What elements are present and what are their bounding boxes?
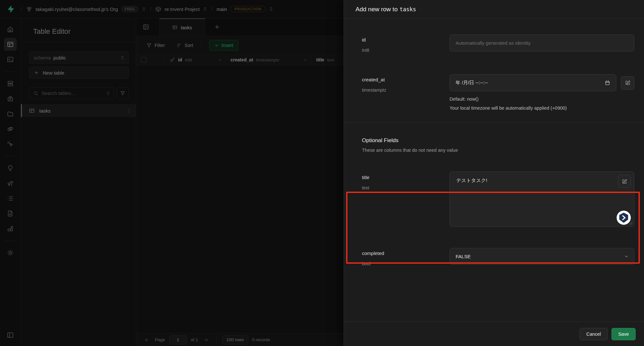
arrow-left-icon xyxy=(144,337,149,342)
created-at-datetime-input[interactable]: 年 /月/日 --:--:-- xyxy=(450,74,616,91)
schema-select[interactable]: schema public xyxy=(29,51,129,64)
rail-divider xyxy=(5,241,16,241)
search-icon xyxy=(33,91,38,96)
section-divider xyxy=(344,122,644,123)
nav-integrations[interactable] xyxy=(4,222,17,235)
calendar-icon[interactable] xyxy=(605,80,610,86)
nav-table-editor[interactable] xyxy=(4,38,17,51)
chevrons-up-down-icon xyxy=(120,55,125,60)
production-badge: PRODUCTION xyxy=(230,6,266,12)
project-box-icon xyxy=(155,6,161,12)
rows-per-page-select[interactable]: 100 rows xyxy=(222,335,248,344)
nav-database[interactable] xyxy=(4,77,17,90)
table-name: tasks xyxy=(39,108,51,114)
table-icon xyxy=(29,108,35,114)
next-page-button[interactable] xyxy=(202,336,210,344)
nav-api-docs[interactable] xyxy=(4,207,17,220)
sort-label: Sort xyxy=(185,43,193,48)
chevrons-up-down-icon[interactable] xyxy=(203,7,207,11)
free-badge: FREE xyxy=(121,6,138,12)
nav-collapse-sidebar[interactable] xyxy=(4,329,17,341)
table-editor-icon xyxy=(7,41,14,48)
new-table-label: New table xyxy=(43,70,64,76)
chevrons-up-down-icon[interactable] xyxy=(269,7,273,11)
id-input-placeholder: Automatically generated as identity xyxy=(456,40,531,46)
filter-tables-button[interactable] xyxy=(117,87,129,99)
completed-value: FALSE xyxy=(456,254,471,259)
sort-list-icon xyxy=(176,43,182,48)
table-editor-panel: Table Editor schema public New table xyxy=(21,18,136,346)
insert-label: Insert xyxy=(222,43,233,48)
column-header-title[interactable]: title text xyxy=(311,55,344,65)
tab-bar: tasks xyxy=(136,18,344,36)
title-expand-editor-button[interactable] xyxy=(618,175,631,188)
grid-body xyxy=(136,65,344,333)
nav-advisors[interactable] xyxy=(4,162,17,175)
title-textarea[interactable]: テストタスク! xyxy=(450,171,634,227)
cancel-button[interactable]: Cancel xyxy=(580,328,608,340)
grid-toolbar: Filter Sort Insert xyxy=(136,36,344,55)
nav-logs[interactable] xyxy=(4,192,17,205)
footer-divider xyxy=(216,337,216,343)
chevron-down-icon[interactable] xyxy=(218,58,222,62)
insert-button[interactable]: Insert xyxy=(209,40,239,51)
new-tab-button[interactable] xyxy=(212,22,222,32)
collapse-tables-sidebar-button[interactable] xyxy=(141,22,151,32)
nav-realtime[interactable] xyxy=(4,138,17,150)
org-name: takagaki.ryuhei@classmethod.jp's Org xyxy=(35,6,118,12)
funnel-icon xyxy=(120,91,125,96)
schema-label: schema xyxy=(34,55,51,60)
search-tables-input[interactable]: Search tables... xyxy=(29,87,114,99)
rail-divider xyxy=(5,71,16,72)
tab-tasks[interactable]: tasks xyxy=(159,18,205,36)
toolbar-divider xyxy=(201,41,201,49)
chevrons-up-down-icon[interactable] xyxy=(142,7,146,11)
filter-button[interactable]: Filter xyxy=(147,43,165,48)
nav-home[interactable] xyxy=(4,23,17,36)
optional-fields-section: Optional Fields These are columns that d… xyxy=(344,137,644,153)
column-name: created_at xyxy=(231,57,253,62)
table-options-menu-icon[interactable]: ⋮ xyxy=(127,108,131,114)
supabase-logo[interactable] xyxy=(0,5,21,13)
nav-settings[interactable] xyxy=(4,246,17,259)
edit-pencil-icon xyxy=(622,179,627,184)
sort-button[interactable]: Sort xyxy=(176,43,193,48)
grid-header-row: id int8 created_at timestamptz title tex… xyxy=(136,55,344,65)
created-at-expand-editor-button[interactable] xyxy=(621,76,634,90)
select-all-checkbox[interactable] xyxy=(141,57,147,63)
org-breadcrumb[interactable]: takagaki.ryuhei@classmethod.jp's Org FRE… xyxy=(26,6,146,12)
page-number-input[interactable]: 1 xyxy=(169,335,187,344)
breadcrumb-separator: / xyxy=(211,6,213,12)
id-input[interactable]: Automatically generated as identity xyxy=(450,34,634,51)
table-list-item-tasks[interactable]: tasks ⋮ xyxy=(21,104,136,117)
authentication-icon xyxy=(7,95,14,102)
breadcrumb: / takagaki.ryuhei@classmethod.jp's Org F… xyxy=(21,6,273,12)
page-of-label: of 1 xyxy=(191,337,198,342)
schema-value: public xyxy=(53,55,66,60)
nav-authentication[interactable] xyxy=(4,92,17,105)
agent-cursor-icon xyxy=(616,210,631,225)
sheet-body: id int8 Automatically generated as ident… xyxy=(344,19,644,322)
chevron-down-icon[interactable] xyxy=(303,58,308,62)
column-type: int8 xyxy=(185,58,192,62)
supabase-studio: / takagaki.ryuhei@classmethod.jp's Org F… xyxy=(0,0,644,346)
new-table-button[interactable]: New table xyxy=(29,67,129,79)
column-header-id[interactable]: id int8 xyxy=(164,55,225,65)
field-name-completed: completed xyxy=(362,250,450,256)
completed-select[interactable]: FALSE xyxy=(450,248,634,265)
project-name: re:Invent Project xyxy=(165,6,200,12)
nav-edge-functions[interactable] xyxy=(4,123,17,135)
nav-sql-editor[interactable] xyxy=(4,53,17,66)
column-header-created-at[interactable]: created_at timestamptz xyxy=(225,55,311,65)
field-type-id: int8 xyxy=(362,48,450,53)
nav-storage[interactable] xyxy=(4,107,17,120)
branch-breadcrumb[interactable]: main PRODUCTION xyxy=(217,6,273,12)
storage-icon xyxy=(7,110,14,117)
previous-page-button[interactable] xyxy=(143,336,151,344)
nav-reports[interactable] xyxy=(4,177,17,190)
project-breadcrumb[interactable]: re:Invent Project xyxy=(155,6,207,12)
realtime-icon xyxy=(7,141,14,148)
sql-editor-icon xyxy=(7,56,14,63)
home-icon xyxy=(7,26,14,33)
save-button[interactable]: Save xyxy=(611,328,636,340)
